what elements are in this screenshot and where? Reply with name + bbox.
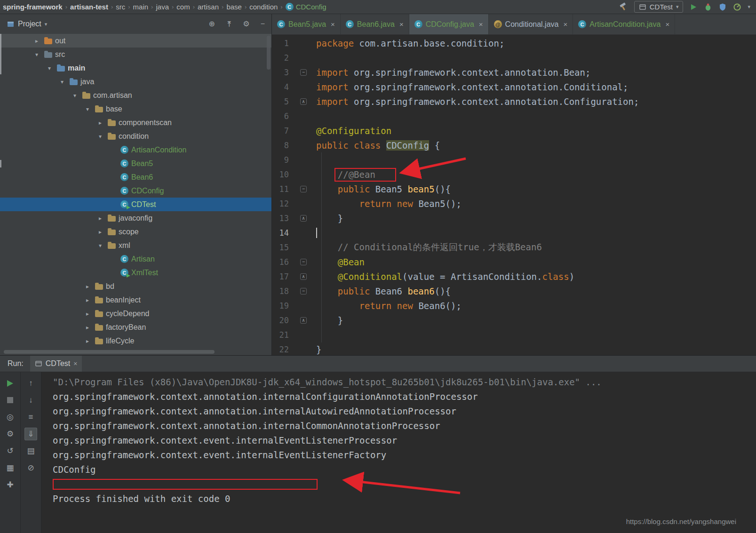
project-title[interactable]: Project xyxy=(18,20,41,28)
tree-item-com-artisan[interactable]: ▾com.artisan xyxy=(0,88,271,102)
chevron-right-icon[interactable]: ▸ xyxy=(83,297,92,303)
watermark-link[interactable]: https://blog.csdn.net/yangshangwei xyxy=(626,517,736,525)
tab-artisancondition-java[interactable]: CArtisanCondition.java× xyxy=(573,14,675,34)
chevron-down-icon[interactable]: ▾ xyxy=(45,65,54,72)
settings-button[interactable]: ⚙ xyxy=(4,428,16,440)
tree-item-factorybean[interactable]: ▸factoryBean xyxy=(0,320,271,334)
run-config-selector[interactable]: CDTest ▾ xyxy=(634,1,684,13)
line-number[interactable]: 21 xyxy=(272,330,289,340)
close-icon[interactable]: × xyxy=(563,20,567,28)
settings-gear-icon[interactable]: ⚙ xyxy=(243,20,249,28)
tree-item-cycledepend[interactable]: ▸cycleDepend xyxy=(0,307,271,320)
chevron-down-icon[interactable]: ▾ xyxy=(83,106,92,112)
tree-item-condition[interactable]: ▾condition xyxy=(0,129,271,143)
line-number[interactable]: 18 xyxy=(272,286,289,296)
down-stack-trace-button[interactable]: ↓ xyxy=(24,394,37,406)
tree-item-src[interactable]: ▾src xyxy=(0,48,271,61)
chevron-right-icon[interactable]: ▸ xyxy=(95,215,105,222)
fold-end-icon[interactable]: ∧ xyxy=(300,98,307,105)
chevron-right-icon[interactable]: ▸ xyxy=(83,324,92,331)
clear-all-button[interactable]: ⊘ xyxy=(24,461,37,474)
line-number[interactable]: 17 xyxy=(272,272,289,281)
tree-item-cdtest[interactable]: CCDTest xyxy=(0,198,271,211)
tab-bean5-java[interactable]: CBean5.java× xyxy=(272,14,341,34)
restore-layout-button[interactable]: ↺ xyxy=(4,445,16,457)
stop-button[interactable] xyxy=(4,394,16,406)
line-number[interactable]: 10 xyxy=(272,170,289,179)
line-number[interactable]: 6 xyxy=(272,111,289,121)
tree-item-bean6[interactable]: CBean6 xyxy=(0,170,271,184)
breadcrumb-item-src[interactable]: src xyxy=(114,3,127,11)
horizontal-scrollbar[interactable] xyxy=(4,350,215,354)
line-number[interactable]: 2 xyxy=(272,53,289,63)
build-hammer-icon[interactable] xyxy=(619,2,628,12)
chevron-down-icon[interactable]: ▾ xyxy=(45,21,48,27)
tree-item-out[interactable]: ▸out xyxy=(0,34,271,48)
line-number[interactable]: 22 xyxy=(272,345,289,354)
profiler-icon[interactable] xyxy=(733,3,741,11)
tree-item-java[interactable]: ▾java xyxy=(0,75,271,88)
chevron-down-icon[interactable]: ▾ xyxy=(95,133,105,140)
fold-end-icon[interactable]: ∧ xyxy=(300,215,307,222)
tab-conditional-java[interactable]: @Conditional.java× xyxy=(489,14,573,34)
coverage-shield-icon[interactable] xyxy=(718,3,727,11)
breadcrumb-item-java[interactable]: java xyxy=(154,3,171,11)
tab-bean6-java[interactable]: CBean6.java× xyxy=(341,14,409,34)
tree-item-artisancondition[interactable]: CArtisanCondition xyxy=(0,143,271,157)
line-number[interactable]: 5 xyxy=(272,97,289,106)
pin-button[interactable]: ✚ xyxy=(4,478,16,491)
line-number[interactable]: 3 xyxy=(272,68,289,77)
breadcrumb-item-base[interactable]: base xyxy=(224,3,244,11)
tree-item-bean5[interactable]: CBean5 xyxy=(0,157,271,170)
breadcrumb-item-condition[interactable]: condition xyxy=(247,3,279,11)
tree-item-componentscan[interactable]: ▸componentscan xyxy=(0,116,271,129)
tree-item-main[interactable]: ▾main xyxy=(0,61,271,75)
close-icon[interactable]: × xyxy=(331,20,335,28)
line-number[interactable]: 1 xyxy=(272,39,289,48)
breadcrumb-item-cdconfig[interactable]: CCDConfig xyxy=(284,3,328,11)
tree-item-cdconfig[interactable]: CCDConfig xyxy=(0,184,271,198)
close-icon[interactable]: × xyxy=(665,20,669,28)
tree-item-artisan[interactable]: CArtisan xyxy=(0,252,271,266)
breadcrumb-item-artisan-test[interactable]: artisan-test xyxy=(68,3,110,11)
print-button[interactable]: ▤ xyxy=(24,445,37,457)
line-number[interactable]: 14 xyxy=(272,228,289,238)
console-output[interactable]: "D:\Program Files (x86)\Java\OpenJDK8U-j… xyxy=(41,372,756,533)
fold-end-icon[interactable]: ∧ xyxy=(300,317,307,324)
breadcrumb-item-artisan[interactable]: artisan xyxy=(196,3,221,11)
line-number[interactable]: 11 xyxy=(272,184,289,194)
run-tab-cdtest[interactable]: CDTest × xyxy=(30,356,82,372)
line-number[interactable]: 4 xyxy=(272,82,289,92)
chevron-down-icon[interactable]: ▾ xyxy=(95,242,105,249)
breadcrumb-item-main[interactable]: main xyxy=(131,3,151,11)
chevron-right-icon[interactable]: ▸ xyxy=(32,38,41,44)
chevron-right-icon[interactable]: ▸ xyxy=(83,338,92,344)
tree-item-javaconfig[interactable]: ▸javaconfig xyxy=(0,211,271,225)
collapse-all-icon[interactable]: ⇤ xyxy=(225,21,233,27)
tree-item-xml[interactable]: ▾xml xyxy=(0,239,271,252)
line-number[interactable]: 19 xyxy=(272,301,289,310)
hide-panel-icon[interactable]: − xyxy=(261,20,265,28)
vertical-scrollbar[interactable] xyxy=(267,36,271,70)
line-number[interactable]: 12 xyxy=(272,199,289,208)
fold-start-icon[interactable]: − xyxy=(300,259,307,265)
chevron-right-icon[interactable]: ▸ xyxy=(95,229,105,235)
fold-start-icon[interactable]: − xyxy=(300,69,307,76)
chevron-right-icon[interactable]: ▸ xyxy=(95,119,105,126)
tree-item-lifecycle[interactable]: ▸lifeCycle xyxy=(0,334,271,348)
close-icon[interactable]: × xyxy=(399,20,404,28)
tab-cdconfig-java[interactable]: CCDConfig.java× xyxy=(409,14,489,34)
breadcrumb-item-spring-framework[interactable]: spring-framework xyxy=(1,3,64,11)
tree-item-base[interactable]: ▾base xyxy=(0,102,271,116)
close-icon[interactable]: × xyxy=(73,360,77,367)
locate-file-icon[interactable]: ⊕ xyxy=(209,20,215,28)
line-number[interactable]: 8 xyxy=(272,141,289,150)
layout-button[interactable]: ▦ xyxy=(4,461,16,474)
breadcrumb-item-com[interactable]: com xyxy=(175,3,191,11)
chevron-down-icon[interactable]: ▾ xyxy=(748,4,750,10)
line-number[interactable]: 13 xyxy=(272,214,289,223)
fold-start-icon[interactable]: − xyxy=(300,186,307,192)
tree-item-bd[interactable]: ▸bd xyxy=(0,279,271,293)
chevron-right-icon[interactable]: ▸ xyxy=(83,310,92,317)
run-button[interactable] xyxy=(689,3,698,11)
